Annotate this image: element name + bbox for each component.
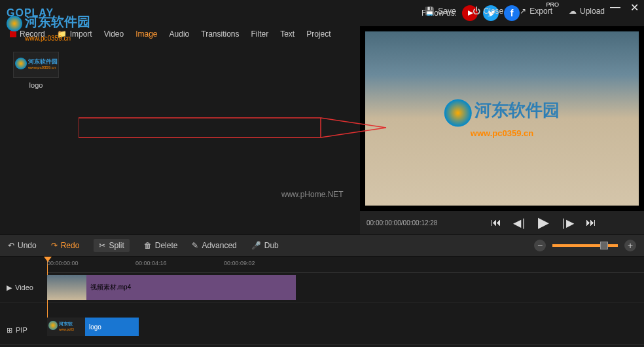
play-button[interactable]: ▶ [538, 214, 549, 231]
save-button[interactable]: 💾Save [425, 7, 456, 16]
trash-icon: 🗑 [144, 241, 152, 250]
clip-label: 视频素材.mp4 [86, 283, 131, 292]
import-icon: 📁 [57, 29, 67, 39]
asset-thumbnail: 河东软件园 www.pc0359.cn [13, 52, 59, 78]
scissors-icon: ✂ [99, 241, 105, 250]
tab-project[interactable]: Project [306, 29, 331, 39]
export-icon: ↗ [520, 7, 526, 16]
app-logo: GOPLAY [7, 7, 54, 19]
minimize-icon[interactable]: — [610, 1, 620, 14]
skip-start-button[interactable]: ⏮ [491, 217, 501, 228]
window-controls: — ✕ [610, 1, 639, 14]
track-video: ▶Video 视频素材.mp4 [0, 273, 644, 302]
split-button[interactable]: ✂Split [94, 239, 129, 252]
redo-button[interactable]: ↷Redo [51, 241, 80, 250]
asset-label: logo [10, 81, 62, 89]
ruler-tick: 00:00:00:00 [47, 260, 79, 266]
video-clip[interactable]: 视频素材.mp4 [47, 275, 296, 300]
logout-icon: ⏻ [473, 7, 480, 16]
tab-import[interactable]: 📁Import [57, 29, 92, 39]
dub-button[interactable]: 🎤Dub [251, 241, 279, 250]
ruler-tick: 00:00:04:16 [135, 260, 167, 266]
preview-viewport[interactable]: 河东软件园 www.pc0359.cn [365, 31, 639, 206]
redo-icon: ↷ [51, 241, 58, 250]
delete-button[interactable]: 🗑Delete [144, 241, 178, 250]
playback-controls: 00:00:00:00/00:00:12:28 ⏮ ◀∣ ▶ ∣▶ ⏭ [360, 211, 644, 234]
overlay-logo-icon [444, 99, 472, 126]
tab-video[interactable]: Video [104, 29, 124, 39]
media-panel: Record 📁Import Video Image Audio Transit… [0, 26, 360, 234]
track-content-pip[interactable]: 河东软 www.pc03 logo [47, 316, 644, 344]
pip-clip[interactable]: 河东软 www.pc03 logo [47, 318, 139, 336]
upload-button[interactable]: ☁Upload [569, 7, 605, 16]
asset-grid: 河东软件园 www.pc0359.cn logo [0, 42, 360, 99]
wand-icon: ✎ [192, 241, 198, 250]
main-row: Record 📁Import Video Image Audio Transit… [0, 26, 644, 234]
asset-item-logo[interactable]: 河东软件园 www.pc0359.cn logo [10, 52, 62, 89]
step-back-button[interactable]: ◀∣ [513, 217, 526, 229]
pip-thumb-url: www.pc03 [59, 327, 74, 331]
playback-time: 00:00:00:00/00:00:12:28 [367, 219, 437, 227]
tab-record[interactable]: Record [10, 29, 45, 39]
svg-rect-1 [79, 118, 321, 137]
track-content-video[interactable]: 视频素材.mp4 [47, 273, 644, 302]
timeline-ruler[interactable]: 00:00:00:00 00:00:04:16 00:00:09:02 [47, 257, 644, 273]
media-tabs: Record 📁Import Video Image Audio Transit… [0, 26, 360, 42]
zoom-slider[interactable] [552, 244, 618, 247]
track-label-video: ▶Video [0, 283, 47, 292]
zoom-handle[interactable] [600, 242, 608, 249]
export-button[interactable]: ↗Export [520, 7, 552, 16]
close-button[interactable]: ⏻Close [473, 7, 504, 16]
top-actions: 💾Save ⏻Close ↗Export ☁Upload [425, 7, 605, 16]
upload-icon: ☁ [569, 7, 577, 16]
save-icon: 💾 [425, 7, 435, 16]
tab-transitions[interactable]: Transitions [201, 29, 239, 39]
pip-clip-label: logo [85, 323, 101, 331]
undo-icon: ↶ [8, 241, 14, 250]
zoom-out-button[interactable]: − [534, 240, 546, 251]
timeline-toolbar: ↶Undo ↷Redo ✂Split 🗑Delete ✎Advanced 🎤Du… [0, 234, 644, 257]
video-track-icon: ▶ [7, 283, 12, 292]
tab-text[interactable]: Text [280, 29, 295, 39]
tab-audio[interactable]: Audio [170, 29, 190, 39]
thumb-logo-icon [15, 58, 27, 69]
mic-icon: 🎤 [251, 241, 261, 250]
skip-end-button[interactable]: ⏭ [586, 217, 596, 228]
pip-thumb-icon [48, 321, 58, 330]
undo-button[interactable]: ↶Undo [8, 241, 37, 250]
zoom-controls: − + [534, 240, 636, 251]
ruler-tick: 00:00:09:02 [224, 260, 255, 266]
record-icon [10, 31, 16, 37]
tab-image[interactable]: Image [135, 29, 157, 39]
pip-track-icon: ⊞ [7, 326, 12, 335]
pip-clip-thumb: 河东软 www.pc03 [47, 318, 85, 336]
pip-thumb-text: 河东软 [59, 321, 73, 327]
track-pip: ⊞PIP 河东软 www.pc03 logo [0, 316, 644, 345]
zoom-in-button[interactable]: + [624, 240, 636, 251]
close-icon[interactable]: ✕ [630, 1, 639, 14]
tab-filter[interactable]: Filter [251, 29, 269, 39]
step-forward-button[interactable]: ∣▶ [561, 217, 574, 229]
clip-thumbnail [47, 275, 86, 300]
annotation-arrow [79, 111, 393, 151]
phome-watermark: www.pHome.NET [281, 190, 344, 199]
preview-panel: 河东软件园 www.pc0359.cn 00:00:00:00/00:00:12… [360, 26, 644, 234]
timeline: 00:00:00:00 00:00:04:16 00:00:09:02 ▶Vid… [0, 257, 644, 347]
title-bar: GOPLAY PRO — ✕ Follow us: f 💾Save ⏻Close… [0, 0, 644, 26]
preview-overlay-logo: 河东软件园 www.pc0359.cn [444, 99, 560, 139]
track-label-pip: ⊞PIP [0, 326, 47, 335]
advanced-button[interactable]: ✎Advanced [192, 241, 236, 250]
